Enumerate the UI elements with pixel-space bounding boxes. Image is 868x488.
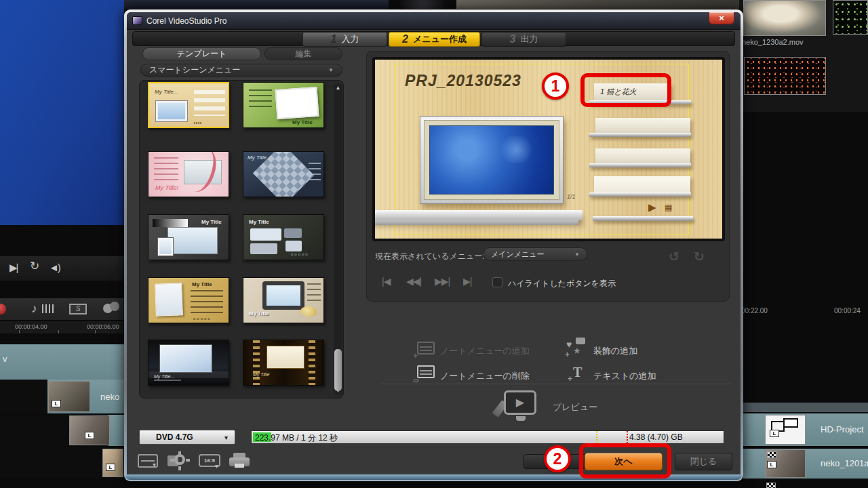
delete-note-menu-label[interactable]: ノートメニューの削除 bbox=[440, 370, 530, 382]
template-thumbnail[interactable]: My Title bbox=[243, 340, 324, 386]
undo-icon[interactable]: ↺ bbox=[669, 249, 679, 264]
thumb-art bbox=[155, 283, 183, 316]
delete-note-menu-icon[interactable]: ▭ bbox=[414, 365, 435, 382]
menu-shelf-lip bbox=[589, 192, 691, 197]
preview-button-label[interactable]: プレビュー bbox=[553, 401, 597, 413]
l-badge: L bbox=[770, 430, 779, 437]
bg-top-strip bbox=[124, 0, 389, 9]
used-space-text: 223.97 MB / 1 分 12 秒 bbox=[255, 432, 338, 444]
library-thumbnail[interactable] bbox=[743, 0, 826, 36]
speaker-icon[interactable]: ◄) bbox=[49, 262, 60, 272]
nav-prev-icon[interactable]: ◀◀| bbox=[406, 276, 421, 287]
tab-edit[interactable]: 編集 bbox=[264, 47, 342, 60]
tab-number: 2 bbox=[402, 33, 408, 45]
timeline-ruler[interactable]: 00:00:04.00 00:00:06.00 bbox=[0, 320, 124, 333]
scroll-up-icon[interactable]: ▲ bbox=[334, 85, 342, 91]
bg-photo-top bbox=[456, 0, 739, 9]
gear-tooth bbox=[178, 466, 181, 470]
template-thumbnail-selected[interactable]: My Title... ▸▸▸▸ bbox=[148, 82, 229, 128]
aspect-ratio-icon[interactable]: 16:9 ▾ bbox=[199, 453, 223, 470]
star-icon: ★ bbox=[573, 346, 581, 356]
menu-item-2[interactable] bbox=[595, 118, 690, 133]
nav-last-icon[interactable]: ▶| bbox=[463, 276, 471, 287]
current-menu-dropdown[interactable]: メインメニュー ▼ bbox=[484, 247, 587, 261]
template-thumbnail[interactable]: My Title bbox=[243, 151, 324, 197]
ruler-label: 00:00:04.00 bbox=[15, 323, 47, 330]
timeline-clip[interactable]: v bbox=[0, 344, 124, 380]
music-note-icon[interactable]: ♪ bbox=[31, 302, 37, 316]
current-menu-label: 現在表示されているメニュー: bbox=[375, 251, 485, 262]
thumb-art bbox=[191, 290, 223, 314]
menu-title[interactable]: PRJ_20130523 bbox=[405, 72, 521, 90]
gear-tooth bbox=[178, 451, 181, 455]
tab-menu-create[interactable]: 2 メニュー作成 bbox=[389, 32, 480, 47]
ruler-label: 00:00:24 bbox=[834, 307, 861, 314]
template-title: My Title! bbox=[155, 184, 178, 191]
highlight-checkbox[interactable] bbox=[492, 277, 502, 287]
chapter-list-icon[interactable]: ▾ bbox=[138, 453, 162, 470]
template-thumbnail[interactable]: My Title bbox=[243, 277, 324, 323]
tab-template[interactable]: テンプレート bbox=[142, 47, 261, 60]
player-controls-bar: ▶| ↻ ◄) bbox=[0, 256, 124, 281]
step-play-icon[interactable]: ▶| bbox=[9, 262, 17, 272]
disc-type-select[interactable]: DVD 4.7G ▾ bbox=[139, 430, 235, 445]
add-note-menu-label[interactable]: ノートメニューの追加 bbox=[440, 345, 530, 357]
video-preview-area bbox=[0, 0, 124, 225]
tab-output[interactable]: 3 出力 bbox=[481, 32, 566, 47]
template-thumbnail[interactable]: My Title ooooo bbox=[243, 214, 324, 260]
scrollbar-thumb[interactable] bbox=[334, 349, 342, 391]
project-settings-icon[interactable] bbox=[167, 453, 192, 470]
add-decoration-label[interactable]: 装飾の追加 bbox=[593, 345, 637, 357]
add-note-menu-icon[interactable]: + bbox=[414, 342, 435, 358]
category-dropdown[interactable]: スマートシーンメニュー ▼ bbox=[140, 64, 342, 77]
template-thumbnail[interactable]: My Title! bbox=[148, 151, 229, 197]
add-text-label[interactable]: テキストの追加 bbox=[593, 370, 656, 382]
dialog-titlebar[interactable]: Corel VideoStudio Pro bbox=[127, 12, 741, 30]
add-text-icon[interactable]: T + bbox=[569, 365, 589, 381]
template-thumbnail[interactable]: My Title... bbox=[148, 340, 229, 386]
nav-first-icon[interactable]: |◀ bbox=[382, 276, 390, 287]
thumb-art bbox=[783, 418, 798, 428]
thumb-art bbox=[167, 227, 218, 254]
clip-thumbnail[interactable]: L bbox=[48, 381, 90, 412]
tab-input[interactable]: 1 入力 bbox=[302, 32, 387, 47]
menu-item-4[interactable] bbox=[594, 176, 690, 192]
library-thumbnail[interactable] bbox=[833, 0, 868, 35]
template-title: My Title bbox=[192, 281, 212, 287]
print-icon[interactable] bbox=[229, 453, 254, 470]
nav-next-icon[interactable]: ▶▶| bbox=[435, 276, 450, 287]
template-thumbnail[interactable]: My Title bbox=[148, 214, 229, 260]
l-badge: L bbox=[52, 400, 61, 407]
chevron-down-icon: ▾ bbox=[224, 434, 228, 441]
preview-tv-icon[interactable]: ▶ bbox=[504, 390, 536, 415]
redo-icon[interactable]: ↻ bbox=[694, 249, 705, 264]
clip-thumbnail[interactable]: L bbox=[69, 415, 110, 445]
menu-item-3[interactable] bbox=[595, 148, 690, 163]
menu-grid-icon[interactable]: ▦ bbox=[665, 203, 671, 212]
close-button[interactable]: × bbox=[709, 12, 734, 24]
clip-thumbnail[interactable]: L bbox=[102, 449, 123, 477]
thumb-art bbox=[158, 238, 173, 256]
template-scrollbar[interactable]: ▲ ▼ bbox=[334, 83, 342, 395]
timeline-clip[interactable] bbox=[108, 415, 124, 446]
thumb-art bbox=[154, 157, 178, 180]
chevron-down-icon: ▾ bbox=[215, 462, 218, 470]
wizard-tabstrip: 1 入力 2 メニュー作成 3 出力 bbox=[132, 31, 735, 46]
mask-badge-icon bbox=[766, 483, 776, 488]
timeline-clip[interactable]: L HD-Project bbox=[743, 413, 868, 446]
clip-thumbnail[interactable]: L bbox=[765, 415, 806, 445]
thumb-art bbox=[153, 219, 188, 227]
clip-label: neko bbox=[100, 392, 119, 402]
menu-play-icon[interactable]: ▶ bbox=[648, 201, 656, 214]
close-dialog-button[interactable]: 閉じる bbox=[675, 453, 732, 470]
add-decoration-icon[interactable]: ♥ ★ + bbox=[566, 340, 587, 357]
loop-icon[interactable]: ↻ bbox=[30, 261, 38, 271]
template-thumbnail[interactable]: My Title ooooo bbox=[148, 277, 229, 323]
library-thumbnail[interactable] bbox=[744, 57, 826, 95]
record-icon[interactable] bbox=[0, 304, 6, 314]
template-thumbnail[interactable]: My Title bbox=[243, 82, 324, 128]
timeline-clip[interactable]: L neko_1201a bbox=[743, 449, 868, 479]
clip-thumbnail[interactable]: L bbox=[765, 449, 806, 478]
template-list: My Title... ▸▸▸▸ My Title My Title! My T… bbox=[139, 80, 344, 399]
transition-icon[interactable]: S bbox=[69, 304, 87, 314]
